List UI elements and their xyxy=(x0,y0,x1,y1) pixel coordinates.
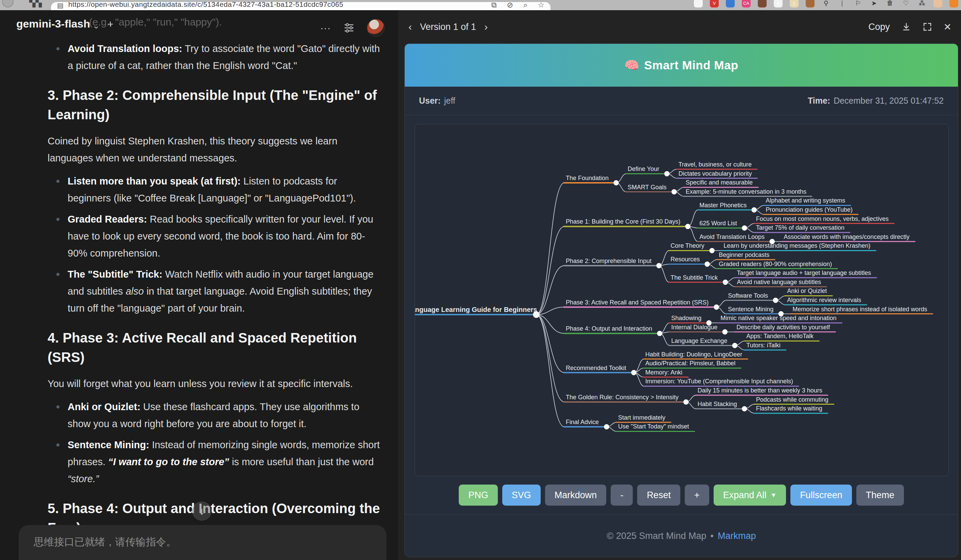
mindmap-node[interactable]: Audio/Practical: Pimsleur, Babbel xyxy=(643,360,741,368)
mindmap-node[interactable]: Learn by understanding messages (Stephen… xyxy=(722,242,876,250)
mindmap-node[interactable]: Phase 1: Building the Core (First 30 Day… xyxy=(564,218,690,229)
mindmap-node[interactable]: Software Tools xyxy=(726,292,778,303)
--button[interactable]: + xyxy=(685,485,709,505)
mindmap-collapse-circle[interactable] xyxy=(714,305,719,310)
address-bar-icon[interactable]: ⧉ xyxy=(492,2,497,10)
scroll-to-bottom-button[interactable]: ↓ xyxy=(192,502,211,521)
chat-input[interactable] xyxy=(19,525,386,560)
mindmap-node[interactable]: The Foundation xyxy=(564,175,619,185)
mindmap-node[interactable]: Master Phonetics xyxy=(697,202,757,212)
mindmap-node[interactable]: Specific and measurable xyxy=(684,179,758,187)
extension-icon[interactable]: ♡ xyxy=(902,0,910,8)
mindmap-collapse-circle[interactable] xyxy=(604,424,609,429)
theme-button[interactable]: Theme xyxy=(857,485,904,505)
user-avatar[interactable] xyxy=(367,19,385,37)
mindmap-node[interactable]: Phase 3: Active Recall and Spaced Repeti… xyxy=(564,299,719,310)
address-bar-icon[interactable]: ⌕ xyxy=(523,2,527,10)
extension-icon[interactable]: | xyxy=(838,0,847,8)
mindmap-collapse-circle[interactable] xyxy=(685,224,690,229)
tab-grid-icon[interactable]: ▚▚ xyxy=(29,0,42,8)
mindmap-node[interactable]: Target 75% of daily conversation xyxy=(754,224,850,233)
mindmap-collapse-circle[interactable] xyxy=(710,248,714,253)
--button[interactable]: - xyxy=(611,485,633,505)
mindmap-node[interactable]: Start immediately xyxy=(616,414,671,422)
extension-icon[interactable]: ᴥ xyxy=(774,0,783,8)
mindmap-node[interactable]: Habit Building: Duolingo, LingoDeer xyxy=(643,351,747,359)
controls-sliders-icon[interactable] xyxy=(343,22,355,34)
close-icon[interactable]: ✕ xyxy=(944,21,951,33)
more-options-icon[interactable]: ... xyxy=(320,20,331,32)
extension-icon[interactable]: ⁂ xyxy=(918,0,926,8)
mindmap-node[interactable]: Algorithmic review intervals xyxy=(785,297,866,305)
mindmap-node[interactable]: Phase 4: Output and Interaction xyxy=(564,325,662,336)
mindmap-node[interactable]: Dictates vocabulary priority xyxy=(676,170,757,178)
new-chat-icon[interactable]: + xyxy=(108,18,114,30)
fullscreen-button[interactable]: Fullscreen xyxy=(791,485,852,505)
mindmap-node[interactable]: The Subtitle Trick xyxy=(669,274,728,285)
mindmap-node[interactable]: Resources xyxy=(669,256,710,266)
mindmap-node[interactable]: Immersion: YouTube (Comprehensible Input… xyxy=(643,378,799,386)
extension-icon[interactable]: ▯ xyxy=(790,0,799,8)
mindmap-node[interactable]: Use "Start Today" mindset xyxy=(616,423,694,431)
extension-icon[interactable]: 🗑 xyxy=(885,0,894,8)
expand-icon[interactable] xyxy=(922,22,932,32)
mindmap-collapse-circle[interactable] xyxy=(657,331,662,336)
mindmap-node[interactable]: Graded readers (80-90% comprehension) xyxy=(717,261,837,269)
mindmap-node[interactable]: Final Advice xyxy=(564,419,609,429)
address-bar-icon[interactable]: ⊘ xyxy=(507,2,513,10)
mindmap-node[interactable]: Recommended Toolkit xyxy=(564,364,636,375)
mindmap-collapse-circle[interactable] xyxy=(533,311,539,318)
mindmap-collapse-circle[interactable] xyxy=(632,371,636,375)
mindmap-collapse-circle[interactable] xyxy=(723,280,728,285)
mindmap-node[interactable]: The Golden Rule: Consistency > Intensity xyxy=(564,394,688,404)
extension-icon[interactable]: ⚲ xyxy=(822,0,831,8)
mindmap-node[interactable]: Language Learning Guide for Beginners xyxy=(415,306,539,318)
mindmap-node[interactable]: Language Exchange xyxy=(669,337,737,348)
mindmap-collapse-circle[interactable] xyxy=(732,343,737,348)
mindmap-node[interactable]: Travel, business, or culture xyxy=(676,161,757,169)
mindmap-node[interactable]: Core Theory xyxy=(669,242,714,253)
extension-icon[interactable] xyxy=(934,0,942,8)
mindmap-collapse-circle[interactable] xyxy=(657,263,661,268)
mindmap-node[interactable]: Example: 5-minute conversation in 3 mont… xyxy=(684,188,812,196)
address-bar[interactable]: ▤ https://open-webui.yangtzedaidata.site… xyxy=(51,2,551,10)
mindmap-collapse-circle[interactable] xyxy=(722,330,727,334)
markmap-link[interactable]: Markmap xyxy=(718,531,756,541)
mindmap-collapse-circle[interactable] xyxy=(664,171,669,176)
mindmap-node[interactable]: SMART Goals xyxy=(625,184,677,194)
mindmap-canvas[interactable]: Travel, business, or cultureDictates voc… xyxy=(415,124,949,476)
mindmap-collapse-circle[interactable] xyxy=(684,400,688,404)
mindmap-collapse-circle[interactable] xyxy=(705,262,710,266)
model-selector[interactable]: gemini-3-flash xyxy=(16,18,90,30)
reload-icon[interactable] xyxy=(2,0,14,8)
extension-icon[interactable]: ➤ xyxy=(869,0,878,8)
mindmap-node[interactable]: Apps: Tandem, HelloTalk xyxy=(744,333,819,341)
mindmap-node[interactable]: Alphabet and writing systems xyxy=(763,197,850,205)
mindmap-node[interactable]: Define Your xyxy=(625,165,669,176)
mindmap-node[interactable]: Flashcards while waiting xyxy=(754,405,828,413)
reset-button[interactable]: Reset xyxy=(637,485,680,505)
version-prev-icon[interactable]: ‹ xyxy=(407,21,413,33)
mindmap-node[interactable]: Podcasts while commuting xyxy=(754,396,834,404)
mindmap-node[interactable]: Phase 2: Comprehensible Input xyxy=(564,258,661,268)
mindmap-node[interactable]: Memorize short phrases instead of isolat… xyxy=(791,306,932,314)
address-bar-icon[interactable]: ☆ xyxy=(538,2,545,10)
extension-icon[interactable]: V xyxy=(710,0,719,8)
download-icon[interactable] xyxy=(902,22,911,32)
mindmap-collapse-circle[interactable] xyxy=(742,226,747,230)
mindmap-node[interactable]: Pronunciation guides (YouTube) xyxy=(763,206,858,214)
extension-icon[interactable]: CA xyxy=(742,0,750,8)
mindmap-node[interactable]: Tutors: iTalki xyxy=(744,342,786,350)
expand-all-button[interactable]: Expand All▼ xyxy=(714,485,786,505)
svg-button[interactable]: SVG xyxy=(502,485,541,505)
mindmap-node[interactable]: 625 Word List xyxy=(697,220,747,230)
copy-button[interactable]: Copy xyxy=(869,22,890,32)
mindmap-collapse-circle[interactable] xyxy=(752,208,757,212)
extension-icon[interactable]: ◡ xyxy=(694,0,703,8)
markdown-button[interactable]: Markdown xyxy=(545,485,607,505)
extension-icon[interactable] xyxy=(758,0,767,8)
chevron-down-icon[interactable]: ⌄ xyxy=(92,20,100,31)
mindmap-node[interactable]: Memory: Anki xyxy=(643,369,688,377)
mindmap-node[interactable]: Internal Dialogue xyxy=(669,324,727,334)
mindmap-node[interactable]: Describe daily activities to yourself xyxy=(734,324,835,332)
